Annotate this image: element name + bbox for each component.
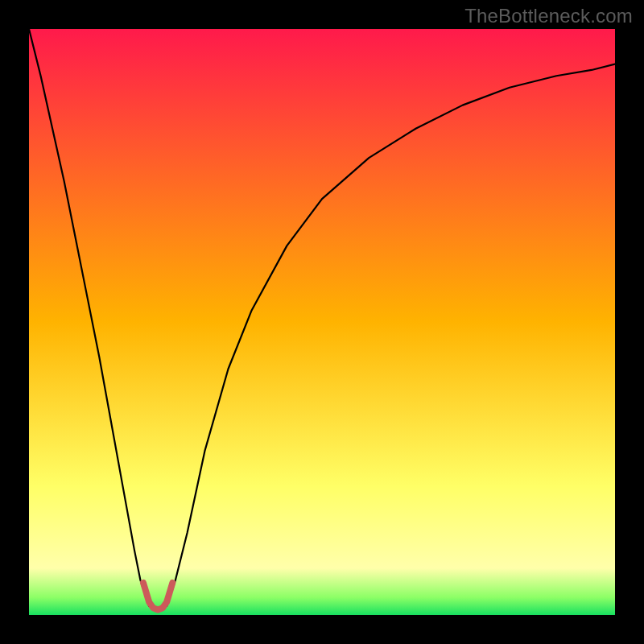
chart-background bbox=[29, 29, 615, 615]
watermark-text: TheBottleneck.com bbox=[464, 5, 633, 27]
bottleneck-chart bbox=[29, 29, 615, 615]
outer-frame: TheBottleneck.com bbox=[0, 0, 644, 644]
